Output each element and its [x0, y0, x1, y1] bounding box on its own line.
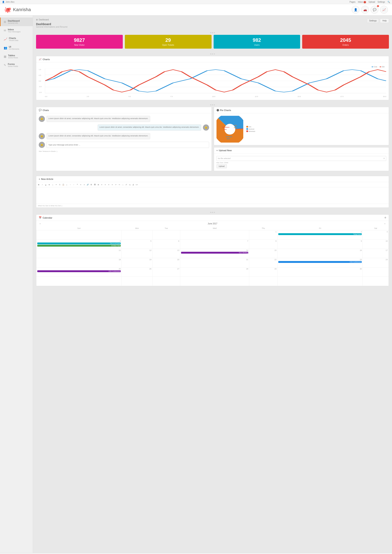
sidebar-item-charts[interactable]: 📈 Charts Visual Data	[0, 35, 33, 43]
help-button[interactable]: Help	[380, 19, 389, 23]
table-btn[interactable]: ⊞	[97, 183, 100, 186]
list-item[interactable]: 30	[278, 267, 363, 277]
list-item[interactable]	[363, 277, 389, 286]
cal-event[interactable]: This is an Event	[37, 243, 121, 244]
list-item[interactable]: 29	[249, 267, 278, 277]
sidebar-item-dashboard[interactable]: ⊞ Dashboard General Info	[0, 18, 33, 26]
list-item[interactable]	[122, 277, 153, 286]
list-item[interactable]: 9	[278, 240, 363, 249]
upload-add-icon[interactable]: +	[383, 157, 385, 160]
chat-input[interactable]	[47, 142, 209, 148]
ol-btn[interactable]: #	[83, 183, 86, 186]
cal-event[interactable]: CSS Conferences	[37, 270, 121, 272]
list-item[interactable]: 8	[249, 240, 278, 249]
source-btn[interactable]: </>	[135, 183, 138, 186]
sidebar-item-ui[interactable]: 👥 UI Kit Elements	[0, 43, 33, 52]
cut-btn[interactable]: ✂	[55, 183, 58, 186]
list-item[interactable]: 25CSS Conferences	[36, 267, 122, 277]
paste-btn[interactable]: 📋	[62, 183, 65, 186]
link-btn[interactable]: 🔗	[86, 183, 89, 186]
list-item[interactable]	[36, 277, 122, 286]
cal-event[interactable]: Guru Meeting	[181, 252, 248, 254]
list-item[interactable]	[249, 277, 278, 286]
list-item[interactable]: 19	[122, 258, 153, 267]
superscript-btn[interactable]: x²	[125, 183, 128, 186]
list-item[interactable]: 16	[278, 249, 363, 258]
list-item[interactable]: 26	[122, 267, 153, 277]
align-left-btn[interactable]: ≡	[100, 183, 103, 186]
align-center-btn[interactable]: ≡	[104, 183, 107, 186]
redo-btn[interactable]: ↪	[118, 183, 121, 186]
settings-button[interactable]: Settings	[367, 19, 379, 23]
list-item[interactable]: 7	[180, 240, 249, 249]
list-item[interactable]: 28	[180, 267, 249, 277]
list-item[interactable]	[363, 267, 389, 277]
calendar-next[interactable]: »	[383, 222, 387, 225]
list-item[interactable]: 21	[180, 258, 249, 267]
align-right-btn[interactable]: ≡	[107, 183, 110, 186]
list-item[interactable]: 17	[363, 249, 389, 258]
underline-btn[interactable]: U	[44, 183, 47, 186]
truck-icon-btn[interactable]: 🚗	[361, 6, 369, 14]
editor-area[interactable]	[36, 187, 389, 204]
undo-btn[interactable]: ↩	[114, 183, 117, 186]
list-item[interactable]	[153, 230, 180, 240]
list-item[interactable]: 5	[122, 240, 153, 249]
hr-btn[interactable]: —	[121, 183, 124, 186]
calendar-prev[interactable]: «	[38, 222, 42, 225]
list-item[interactable]	[36, 230, 122, 240]
cal-event[interactable]: 10:30am Task	[37, 245, 121, 247]
chat-hint: Skin Textarea to Elastic :)	[39, 150, 209, 152]
cal-event[interactable]: CSS Conferences	[278, 261, 362, 263]
upload-button[interactable]: Upload	[217, 164, 227, 168]
sidebar-item-tables[interactable]: ▦ Tables Some Rows	[0, 52, 33, 61]
indent-btn[interactable]: →	[69, 183, 72, 186]
list-item[interactable]: 18	[36, 258, 122, 267]
list-item[interactable]: 20	[153, 258, 180, 267]
list-item[interactable]	[122, 230, 153, 240]
ul-btn[interactable]: ≡	[79, 183, 82, 186]
subscript-btn[interactable]: x₂	[128, 183, 131, 186]
list-item[interactable]: 3	[363, 230, 389, 240]
list-item[interactable]	[278, 277, 363, 286]
list-item[interactable]: 27	[153, 267, 180, 277]
list-item[interactable]: 15	[249, 249, 278, 258]
strikethrough-btn[interactable]: S	[48, 183, 51, 186]
image-btn[interactable]: 🖼	[93, 183, 96, 186]
justify-btn[interactable]: ≡	[111, 183, 114, 186]
list-item[interactable]: 11	[36, 249, 122, 258]
list-item[interactable]	[180, 277, 249, 286]
list-item[interactable]: 4This is an Event10:30am Task	[36, 240, 122, 249]
pages-link[interactable]: Pages	[350, 1, 355, 3]
print-btn[interactable]: 🖨	[132, 183, 135, 186]
list-item[interactable]: 1	[249, 230, 278, 240]
list-item[interactable]: 13	[153, 249, 180, 258]
sidebar-item-forms[interactable]: ✎ Forms Some Fields	[0, 61, 33, 70]
chat-icon-btn[interactable]: 💬 7	[371, 6, 378, 14]
list-item[interactable]	[153, 277, 180, 286]
upload-link[interactable]: Upload	[369, 1, 375, 3]
list-item[interactable]: 2Today Event	[278, 230, 363, 240]
inbox-link[interactable]: Inbox 5	[358, 1, 366, 3]
bold-btn[interactable]: B	[37, 183, 40, 186]
calendar-settings-icon[interactable]: ⚙	[384, 217, 386, 219]
list-item[interactable]: 12	[122, 249, 153, 258]
chart-icon-btn[interactable]: 📈	[380, 6, 388, 14]
settings-link[interactable]: Settings	[378, 1, 385, 3]
unlink-btn[interactable]: ⛓	[90, 183, 93, 186]
search-icon[interactable]: 🔍	[387, 1, 390, 3]
italic-btn[interactable]: I	[41, 183, 44, 186]
list-item[interactable]: 23CSS Conferences	[278, 258, 363, 267]
list-item[interactable]: 10	[363, 240, 389, 249]
cal-event[interactable]: Today Event	[278, 233, 362, 235]
copy-btn[interactable]: ⎘	[58, 183, 61, 186]
list-item[interactable]: 6	[153, 240, 180, 249]
blockquote-btn[interactable]: ❝	[76, 183, 79, 186]
sidebar-item-inbox[interactable]: ✉ Inbox Your Messages	[0, 26, 33, 35]
list-item[interactable]	[180, 230, 249, 240]
users-icon-btn[interactable]: 👤	[352, 6, 359, 14]
list-item[interactable]: 22	[249, 258, 278, 267]
list-item[interactable]: 24	[363, 258, 389, 267]
outdent-btn[interactable]: ←	[72, 183, 75, 186]
list-item[interactable]: 14Guru Meeting	[180, 249, 249, 258]
